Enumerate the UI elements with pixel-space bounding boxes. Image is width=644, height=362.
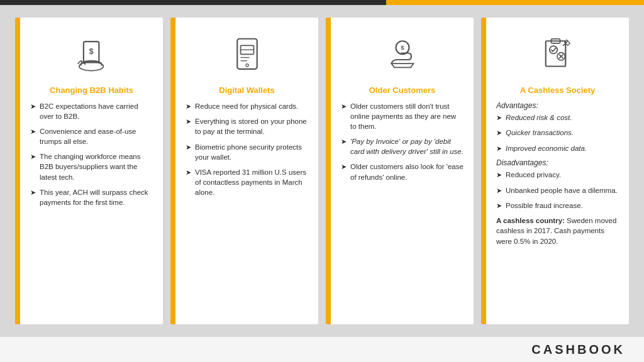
bullet-item: ➤VISA reported 31 million U.S users of c… xyxy=(186,167,308,197)
icon-b2b: $ xyxy=(30,30,153,80)
card-older-customers: $ Older Customers ➤Older customers still… xyxy=(326,18,474,324)
bullet-item: ➤Convenience and ease-of-use trumps all … xyxy=(30,126,153,146)
main-content: $ Changing B2B Habits ➤B2C expectations … xyxy=(0,5,644,337)
icon-older-customers: $ xyxy=(341,30,464,80)
svg-text:$: $ xyxy=(89,47,93,56)
card-older-customers-bullets: ➤Older customers still don't trust onlin… xyxy=(341,101,464,182)
card-accent xyxy=(326,18,331,324)
disadvantages-label: Disadvantages: xyxy=(496,158,619,167)
icon-cashless-society xyxy=(496,30,619,80)
icon-digital-wallets xyxy=(186,30,308,80)
svg-point-2 xyxy=(79,62,103,71)
advantages-bullets: ➤Reduced risk & cost. ➤Quicker transacti… xyxy=(496,112,619,153)
card-older-customers-title: Older Customers xyxy=(341,85,464,95)
card-accent xyxy=(481,18,486,324)
svg-rect-11 xyxy=(545,41,565,66)
card-digital-wallets: Digital Wallets ➤Reduce need for physica… xyxy=(170,18,318,324)
bullet-item: ➤Older customers also look for 'ease of … xyxy=(341,162,464,182)
card-accent xyxy=(15,18,20,324)
top-bar xyxy=(0,0,644,5)
card-b2b: $ Changing B2B Habits ➤B2C expectations … xyxy=(15,18,163,324)
bullet-item: ➤Unbanked people have a dilemma. xyxy=(496,185,619,195)
bullet-item: ➤Reduced risk & cost. xyxy=(496,112,619,123)
advantages-label: Advantages: xyxy=(496,101,619,110)
bullet-item: ➤Improved economic data. xyxy=(496,143,619,153)
bullet-item: ➤B2C expectations have carried over to B… xyxy=(30,101,153,121)
bullet-item: ➤Biometric phone security protects your … xyxy=(186,142,308,162)
card-b2b-bullets: ➤B2C expectations have carried over to B… xyxy=(30,101,153,207)
disadvantages-bullets: ➤Reduced privacy. ➤Unbanked people have … xyxy=(496,170,619,211)
bullet-item: ➤'Pay by Invoice' or pay by 'debit card … xyxy=(341,136,464,156)
bullet-item: ➤The changing workforce means B2B buyers… xyxy=(30,151,153,182)
bullet-item: ➤Older customers still don't trust onlin… xyxy=(341,101,464,131)
card-b2b-title: Changing B2B Habits xyxy=(30,85,153,95)
card-cashless-society-title: A Cashless Society xyxy=(496,85,619,95)
card-digital-wallets-title: Digital Wallets xyxy=(186,85,308,95)
bullet-item: ➤Everything is stored on your phone to p… xyxy=(186,116,308,136)
bullet-item: ➤This year, ACH will surpass check payme… xyxy=(30,187,153,207)
bullet-item: ➤Reduced privacy. xyxy=(496,170,619,180)
card-digital-wallets-bullets: ➤Reduce need for physical cards. ➤Everyt… xyxy=(186,101,308,197)
svg-text:$: $ xyxy=(401,44,404,51)
bottom-bar: CASHBOOK xyxy=(0,337,644,362)
logo: CASHBOOK xyxy=(531,343,625,357)
card-cashless-society: A Cashless Society Advantages: ➤Reduced … xyxy=(481,18,629,324)
bullet-item: ➤Quicker transactions. xyxy=(496,128,619,138)
bullet-item: ➤Possible fraud increase. xyxy=(496,200,619,211)
bullet-item: ➤Reduce need for physical cards. xyxy=(186,101,308,111)
svg-point-8 xyxy=(245,64,248,67)
card-accent xyxy=(170,18,175,324)
cashless-country-text: A cashless country: Sweden moved cashles… xyxy=(496,216,619,246)
